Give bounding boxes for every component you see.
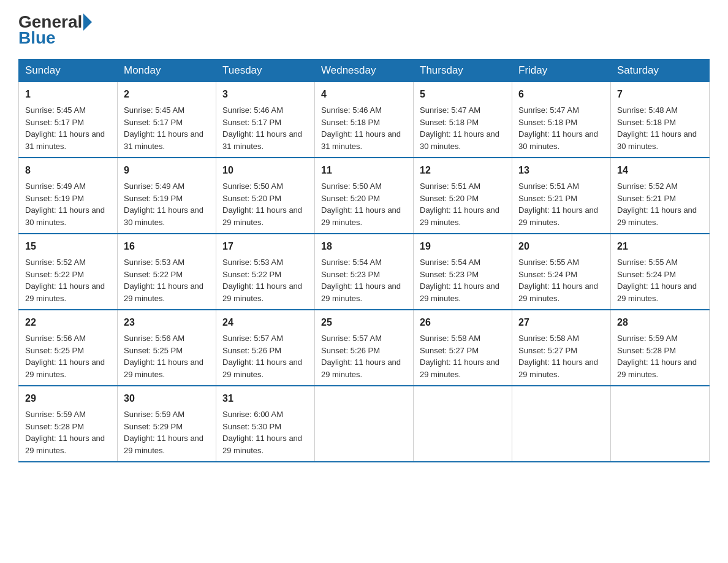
calendar-week-row-3: 15Sunrise: 5:52 AMSunset: 5:22 PMDayligh… (19, 234, 710, 310)
day-number: 22 (25, 315, 111, 330)
day-number: 3 (222, 87, 308, 102)
day-number: 27 (518, 315, 604, 330)
day-number: 24 (222, 315, 308, 330)
calendar-cell (512, 386, 611, 462)
calendar-header-saturday: Saturday (611, 59, 710, 82)
day-number: 20 (518, 239, 604, 254)
calendar-cell: 7Sunrise: 5:48 AMSunset: 5:18 PMDaylight… (611, 82, 710, 158)
day-number: 25 (321, 315, 407, 330)
calendar-cell: 5Sunrise: 5:47 AMSunset: 5:18 PMDaylight… (414, 82, 512, 158)
calendar-cell: 23Sunrise: 5:56 AMSunset: 5:25 PMDayligh… (118, 310, 216, 386)
calendar-week-row-2: 8Sunrise: 5:49 AMSunset: 5:19 PMDaylight… (19, 158, 710, 234)
calendar-cell: 31Sunrise: 6:00 AMSunset: 5:30 PMDayligh… (216, 386, 315, 462)
day-number: 10 (222, 163, 308, 178)
calendar-header-wednesday: Wednesday (315, 59, 414, 82)
calendar-cell: 17Sunrise: 5:53 AMSunset: 5:22 PMDayligh… (216, 234, 315, 310)
calendar-cell: 13Sunrise: 5:51 AMSunset: 5:21 PMDayligh… (512, 158, 611, 234)
calendar-cell: 3Sunrise: 5:46 AMSunset: 5:17 PMDaylight… (216, 82, 315, 158)
day-number: 9 (124, 163, 210, 178)
calendar-cell (611, 386, 710, 462)
calendar-week-row-5: 29Sunrise: 5:59 AMSunset: 5:28 PMDayligh… (19, 386, 710, 462)
calendar-table: SundayMondayTuesdayWednesdayThursdayFrid… (18, 59, 710, 462)
day-number: 6 (518, 87, 604, 102)
calendar-week-row-4: 22Sunrise: 5:56 AMSunset: 5:25 PMDayligh… (19, 310, 710, 386)
logo-blue-text: Blue (18, 28, 56, 47)
day-number: 14 (617, 163, 703, 178)
calendar-header-monday: Monday (118, 59, 216, 82)
day-number: 31 (222, 391, 308, 406)
page-header: General Blue (18, 12, 710, 48)
logo: General Blue (18, 12, 93, 48)
calendar-cell: 8Sunrise: 5:49 AMSunset: 5:19 PMDaylight… (19, 158, 118, 234)
day-number: 4 (321, 87, 407, 102)
calendar-cell: 29Sunrise: 5:59 AMSunset: 5:28 PMDayligh… (19, 386, 118, 462)
calendar-cell: 18Sunrise: 5:54 AMSunset: 5:23 PMDayligh… (315, 234, 414, 310)
day-number: 12 (420, 163, 506, 178)
calendar-cell: 10Sunrise: 5:50 AMSunset: 5:20 PMDayligh… (216, 158, 315, 234)
calendar-header-thursday: Thursday (414, 59, 512, 82)
calendar-week-row-1: 1Sunrise: 5:45 AMSunset: 5:17 PMDaylight… (19, 82, 710, 158)
day-number: 13 (518, 163, 604, 178)
day-number: 26 (420, 315, 506, 330)
day-number: 1 (25, 87, 111, 102)
day-number: 29 (25, 391, 111, 406)
calendar-cell: 21Sunrise: 5:55 AMSunset: 5:24 PMDayligh… (611, 234, 710, 310)
calendar-cell: 14Sunrise: 5:52 AMSunset: 5:21 PMDayligh… (611, 158, 710, 234)
day-number: 19 (420, 239, 506, 254)
calendar-header-row: SundayMondayTuesdayWednesdayThursdayFrid… (19, 59, 710, 82)
calendar-cell: 30Sunrise: 5:59 AMSunset: 5:29 PMDayligh… (118, 386, 216, 462)
calendar-cell: 24Sunrise: 5:57 AMSunset: 5:26 PMDayligh… (216, 310, 315, 386)
calendar-cell: 26Sunrise: 5:58 AMSunset: 5:27 PMDayligh… (414, 310, 512, 386)
day-number: 2 (124, 87, 210, 102)
logo-arrow-icon (83, 13, 92, 31)
day-number: 18 (321, 239, 407, 254)
calendar-cell: 19Sunrise: 5:54 AMSunset: 5:23 PMDayligh… (414, 234, 512, 310)
calendar-cell: 1Sunrise: 5:45 AMSunset: 5:17 PMDaylight… (19, 82, 118, 158)
calendar-cell: 20Sunrise: 5:55 AMSunset: 5:24 PMDayligh… (512, 234, 611, 310)
calendar-cell: 27Sunrise: 5:58 AMSunset: 5:27 PMDayligh… (512, 310, 611, 386)
day-number: 16 (124, 239, 210, 254)
calendar-header-tuesday: Tuesday (216, 59, 315, 82)
calendar-cell: 2Sunrise: 5:45 AMSunset: 5:17 PMDaylight… (118, 82, 216, 158)
calendar-cell: 4Sunrise: 5:46 AMSunset: 5:18 PMDaylight… (315, 82, 414, 158)
day-number: 23 (124, 315, 210, 330)
calendar-cell: 28Sunrise: 5:59 AMSunset: 5:28 PMDayligh… (611, 310, 710, 386)
calendar-cell: 25Sunrise: 5:57 AMSunset: 5:26 PMDayligh… (315, 310, 414, 386)
day-number: 7 (617, 87, 703, 102)
calendar-cell: 6Sunrise: 5:47 AMSunset: 5:18 PMDaylight… (512, 82, 611, 158)
day-number: 28 (617, 315, 703, 330)
day-number: 15 (25, 239, 111, 254)
day-number: 17 (222, 239, 308, 254)
calendar-cell (315, 386, 414, 462)
calendar-cell: 11Sunrise: 5:50 AMSunset: 5:20 PMDayligh… (315, 158, 414, 234)
day-number: 30 (124, 391, 210, 406)
day-number: 11 (321, 163, 407, 178)
calendar-header-sunday: Sunday (19, 59, 118, 82)
calendar-cell: 9Sunrise: 5:49 AMSunset: 5:19 PMDaylight… (118, 158, 216, 234)
day-number: 8 (25, 163, 111, 178)
calendar-cell (414, 386, 512, 462)
calendar-cell: 22Sunrise: 5:56 AMSunset: 5:25 PMDayligh… (19, 310, 118, 386)
day-number: 21 (617, 239, 703, 254)
calendar-header-friday: Friday (512, 59, 611, 82)
calendar-cell: 15Sunrise: 5:52 AMSunset: 5:22 PMDayligh… (19, 234, 118, 310)
calendar-cell: 12Sunrise: 5:51 AMSunset: 5:20 PMDayligh… (414, 158, 512, 234)
day-number: 5 (420, 87, 506, 102)
calendar-cell: 16Sunrise: 5:53 AMSunset: 5:22 PMDayligh… (118, 234, 216, 310)
